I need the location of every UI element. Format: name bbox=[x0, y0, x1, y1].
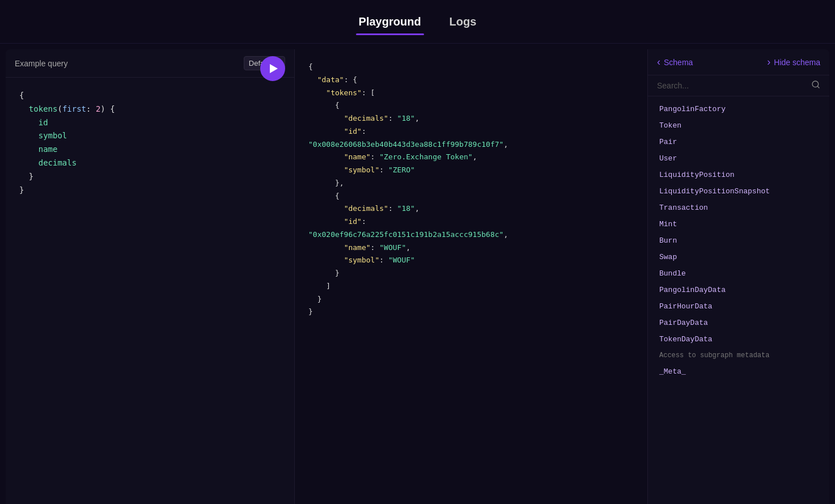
tab-logs[interactable]: Logs bbox=[447, 10, 480, 34]
schema-list-item[interactable]: PangolinDayData bbox=[648, 282, 829, 298]
schema-search-container bbox=[648, 75, 829, 96]
header: Playground Logs bbox=[0, 0, 835, 44]
response-panel: { "data": { "tokens": [ { "decimals": "1… bbox=[295, 49, 648, 504]
schema-list-item[interactable]: User bbox=[648, 150, 829, 167]
schema-header: Schema Hide schema bbox=[648, 49, 829, 75]
chevron-left-icon bbox=[657, 56, 662, 68]
schema-list-item[interactable]: Swap bbox=[648, 249, 829, 265]
code-editor[interactable]: { tokens(first: 2) { id symbol name deci… bbox=[6, 78, 294, 504]
play-icon bbox=[270, 64, 278, 73]
schema-list-item[interactable]: Burn bbox=[648, 232, 829, 249]
chevron-right-icon bbox=[767, 56, 772, 68]
schema-list-item[interactable]: Pair bbox=[648, 134, 829, 150]
schema-panel: Schema Hide schema PangolinFactoryTokenP… bbox=[648, 49, 829, 504]
example-query-label: Example query bbox=[15, 59, 237, 68]
schema-back-label: Schema bbox=[664, 58, 693, 67]
schema-list: PangolinFactoryTokenPairUserLiquidityPos… bbox=[648, 96, 829, 504]
svg-line-1 bbox=[817, 86, 819, 88]
toolbar: Example query Default bbox=[6, 49, 294, 78]
schema-list-item[interactable]: TokenDayData bbox=[648, 331, 829, 348]
schema-list-item[interactable]: Bundle bbox=[648, 265, 829, 282]
schema-meta-item[interactable]: _Meta_ bbox=[648, 363, 829, 380]
schema-hide-label: Hide schema bbox=[774, 58, 820, 67]
schema-list-item[interactable]: Token bbox=[648, 117, 829, 134]
schema-search-input[interactable] bbox=[657, 81, 807, 90]
search-icon bbox=[811, 80, 820, 91]
query-editor-panel: Example query Default { tokens(first: 2)… bbox=[6, 49, 295, 504]
schema-meta-label: Access to subgraph metadata bbox=[648, 348, 829, 363]
schema-list-item[interactable]: Transaction bbox=[648, 200, 829, 216]
schema-hide-button[interactable]: Hide schema bbox=[767, 56, 820, 68]
schema-list-item[interactable]: LiquidityPosition bbox=[648, 167, 829, 183]
schema-list-item[interactable]: PairHourData bbox=[648, 298, 829, 315]
schema-back-button[interactable]: Schema bbox=[657, 56, 693, 68]
schema-list-item[interactable]: LiquidityPositionSnapshot bbox=[648, 183, 829, 200]
run-button[interactable] bbox=[260, 56, 285, 81]
schema-list-item[interactable]: PangolinFactory bbox=[648, 101, 829, 117]
tab-playground[interactable]: Playground bbox=[356, 10, 424, 34]
schema-list-item[interactable]: Mint bbox=[648, 216, 829, 232]
main-content: Example query Default { tokens(first: 2)… bbox=[6, 49, 829, 504]
schema-list-item[interactable]: PairDayData bbox=[648, 315, 829, 331]
